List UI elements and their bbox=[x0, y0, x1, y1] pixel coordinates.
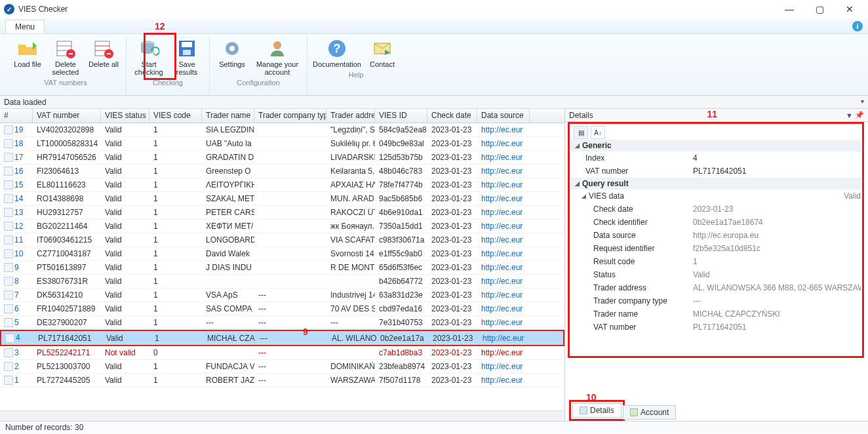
account-tab-icon bbox=[630, 408, 638, 416]
ribbon-group-help: ? Documentation Contact Help bbox=[307, 37, 404, 95]
table-row[interactable]: 10CZ7710043187Valid1David WalekSvornosti… bbox=[0, 247, 564, 261]
prop-status: StatusValid bbox=[571, 268, 861, 281]
maximize-button[interactable]: ▢ bbox=[810, 4, 829, 14]
delete-all-button[interactable]: Delete all bbox=[85, 37, 122, 77]
table-row[interactable]: 17HR79147056526Valid1GRADATIN DLIVADARSK… bbox=[0, 151, 564, 165]
table-row[interactable]: 16FI23064613Valid1Greenstep OKeilaranta … bbox=[0, 165, 564, 178]
table-row[interactable]: 13HU29312757Valid1PETER CARSRAKOCZI ÚT4b… bbox=[0, 206, 564, 220]
close-button[interactable]: ✕ bbox=[840, 4, 859, 14]
prop-trader-company-type: Trader company type--- bbox=[571, 294, 861, 307]
svg-rect-10 bbox=[182, 42, 192, 47]
help-doc-icon: ? bbox=[326, 38, 347, 59]
col-index[interactable]: # bbox=[0, 109, 33, 123]
details-tab-icon bbox=[580, 406, 587, 414]
grid-body[interactable]: 19LV40203202898Valid1SIA LEGZDIN"Legzdiņ… bbox=[0, 123, 564, 410]
prop-data-source: Data sourcehttp://ec.europa.eu bbox=[571, 229, 861, 242]
prop-check-date: Check date2023-01-23 bbox=[571, 203, 861, 216]
load-file-button[interactable]: Load file bbox=[9, 37, 46, 77]
contact-button[interactable]: Contact bbox=[364, 37, 401, 69]
alpha-sort-icon[interactable]: A↓ bbox=[591, 126, 605, 139]
col-trader-address[interactable]: Trader address bbox=[326, 109, 375, 123]
prop-request-identifier: Request identifierf2b5e325a10d851c bbox=[571, 242, 861, 255]
results-grid: # VAT number VIES status VIES code Trade… bbox=[0, 109, 565, 421]
svg-point-13 bbox=[229, 46, 235, 51]
table-row[interactable]: 8ES38076731RValid1b426b647722023-01-23ht… bbox=[0, 275, 564, 288]
col-trader-name[interactable]: Trader name bbox=[202, 109, 254, 123]
col-company-type[interactable]: Trader company type bbox=[254, 109, 326, 123]
prop-trader-name: Trader nameMICHAŁ CZAPCZYŃSKI bbox=[571, 307, 861, 321]
svg-text:?: ? bbox=[334, 42, 341, 55]
table-delete-row-icon bbox=[55, 38, 76, 59]
settings-button[interactable]: Settings bbox=[214, 37, 250, 77]
record-count: Number of records: 30 bbox=[5, 423, 83, 432]
details-header: Details ▼ 📌 bbox=[565, 109, 868, 122]
app-icon: ✓ bbox=[4, 4, 14, 14]
save-results-button[interactable]: Save results bbox=[168, 37, 205, 77]
status-text: Data loaded bbox=[4, 98, 47, 107]
grid-h-scrollbar[interactable] bbox=[0, 410, 564, 421]
floppy-save-icon bbox=[176, 38, 197, 59]
table-row[interactable]: 12BG202211464Valid1ХЕФТИ МЕТ/жк Боянаул.… bbox=[0, 220, 564, 233]
table-row[interactable]: 2PL5213003700Valid1FUNDACJA V---DOMINIKA… bbox=[0, 360, 564, 374]
gear-icon bbox=[222, 38, 243, 59]
table-delete-all-icon bbox=[93, 38, 114, 59]
prop-vat-number: VAT numberPL7171642051 bbox=[571, 321, 861, 334]
table-row[interactable]: 4PL7171642051Valid1MICHAŁ CZA---AL. WILA… bbox=[0, 330, 564, 346]
delete-selected-button[interactable]: Delete selected bbox=[47, 37, 84, 77]
col-data-source[interactable]: Data source bbox=[477, 109, 530, 123]
grid-header: # VAT number VIES status VIES code Trade… bbox=[0, 109, 564, 123]
account-tab-wrap: Account bbox=[621, 404, 677, 421]
category-query-result[interactable]: ◢Query result bbox=[571, 178, 861, 189]
window-controls: — ▢ ✕ bbox=[780, 4, 864, 14]
table-row[interactable]: 14RO14388698Valid1SZAKAL METMUN. ARAD,9a… bbox=[0, 192, 564, 206]
ribbon: Load file Delete selected Delete all VAT… bbox=[0, 34, 868, 96]
table-row[interactable]: 7DK56314210Valid1VSA ApS---Industrivej 1… bbox=[0, 288, 564, 302]
folder-open-icon bbox=[17, 38, 38, 59]
status-line: Data loaded ▾ bbox=[0, 96, 868, 109]
ribbon-group-configuration: Settings Manage your account Configurati… bbox=[210, 37, 307, 95]
table-row[interactable]: 11IT06903461215Valid1LONGOBARDVIA SCAFAT… bbox=[0, 233, 564, 247]
minimize-button[interactable]: — bbox=[780, 4, 799, 14]
categorized-view-icon[interactable]: ▤ bbox=[574, 126, 588, 139]
pin-icon[interactable]: 📌 bbox=[853, 111, 864, 119]
table-row[interactable]: 18LT100005828314Valid1UAB "Auto laSukilė… bbox=[0, 137, 564, 151]
svg-rect-11 bbox=[183, 50, 191, 55]
col-vies-code[interactable]: VIES code bbox=[149, 109, 202, 123]
table-row[interactable]: 15EL801116623Valid1ΛΕΙΤΟΥΡΓΙΚΗΑΡΧΑΙΑΣ ΗΛ… bbox=[0, 178, 564, 192]
table-row[interactable]: 6FR10402571889Valid1SAS COMPA---70 AV DE… bbox=[0, 302, 564, 316]
category-generic[interactable]: ◢Generic bbox=[571, 140, 861, 151]
options-dropdown-icon[interactable]: ▾ bbox=[861, 98, 864, 105]
col-check-date[interactable]: Check date bbox=[427, 109, 477, 123]
prop-result-code: Result code1 bbox=[571, 255, 861, 268]
titlebar: ✓ VIES Checker — ▢ ✕ bbox=[0, 0, 868, 18]
table-row[interactable]: 1PL7272445205Valid1ROBERT JAZ---WARSZAWA… bbox=[0, 374, 564, 387]
table-row[interactable]: 19LV40203202898Valid1SIA LEGZDIN"Legzdiņ… bbox=[0, 123, 564, 137]
info-icon[interactable]: i bbox=[852, 21, 863, 31]
user-account-icon bbox=[267, 38, 288, 59]
prop-trader-address: Trader addressAL. WILANOWSKA 366 M88, 02… bbox=[571, 281, 861, 294]
footer: Number of records: 30 bbox=[0, 421, 868, 434]
details-pane: Details ▼ 📌 ▤ A↓ ◢Generic Index4 VAT num… bbox=[565, 109, 868, 421]
col-vies-id[interactable]: VIES ID bbox=[375, 109, 427, 123]
details-bottom-tabs: Details bbox=[569, 400, 625, 421]
tab-details[interactable]: Details bbox=[572, 403, 621, 418]
property-grid: ▤ A↓ ◢Generic Index4 VAT numberPL7171642… bbox=[568, 122, 864, 358]
menu-strip: Menu i bbox=[0, 18, 868, 34]
col-vies-status[interactable]: VIES status bbox=[101, 109, 149, 123]
manage-account-button[interactable]: Manage your account bbox=[252, 37, 303, 77]
details-title: Details bbox=[569, 111, 593, 120]
table-row[interactable]: 9PT501613897Valid1J DIAS INDUR DE MONTE6… bbox=[0, 261, 564, 275]
tab-account[interactable]: Account bbox=[623, 405, 676, 420]
prop-check-identifier: Check identifier0b2ee1a17ae18674 bbox=[571, 216, 861, 229]
start-checking-button[interactable]: Start checking bbox=[130, 37, 167, 77]
table-row[interactable]: 3PL5252242171Not valid0---c7ab1d8ba32023… bbox=[0, 346, 564, 360]
documentation-button[interactable]: ? Documentation bbox=[311, 37, 363, 69]
col-vat-number[interactable]: VAT number bbox=[33, 109, 101, 123]
dropdown-icon[interactable]: ▼ bbox=[846, 111, 853, 119]
table-row[interactable]: 5DE327900207Valid1---------7e31b40753202… bbox=[0, 316, 564, 330]
mail-icon bbox=[372, 38, 393, 59]
menu-tab[interactable]: Menu bbox=[5, 20, 45, 33]
propgrid-toolbar: ▤ A↓ bbox=[571, 125, 861, 140]
prop-vies-data[interactable]: ◢VIES dataValid bbox=[571, 189, 861, 203]
prop-vatnumber: VAT numberPL7171642051 bbox=[571, 165, 861, 178]
